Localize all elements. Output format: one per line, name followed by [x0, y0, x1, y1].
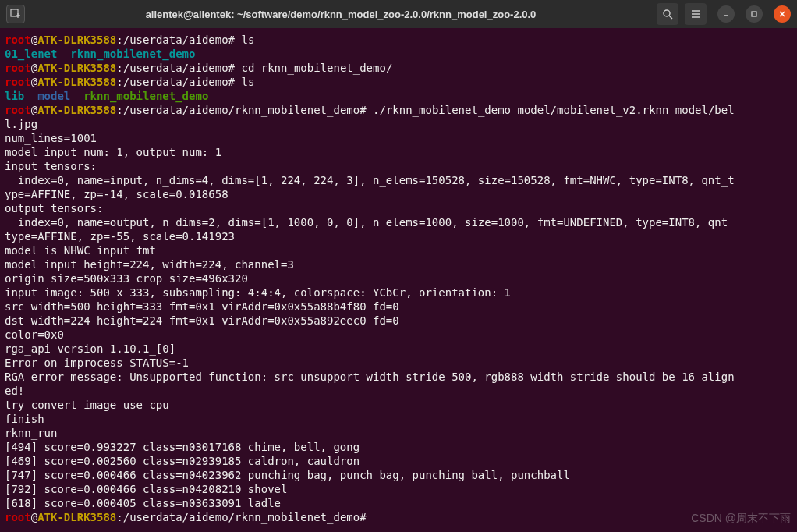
- output-line: [469] score=0.002560 class=n02939185 cal…: [5, 455, 360, 467]
- svg-line-4: [669, 16, 672, 19]
- output-line: l.jpg: [5, 118, 37, 130]
- ls-output-item: rknn_mobilenet_demo: [83, 90, 208, 102]
- terminal-output[interactable]: root@ATK-DLRK3588:/userdata/aidemo# ls 0…: [0, 28, 797, 532]
- maximize-button[interactable]: [746, 5, 763, 23]
- output-line: rknn_run: [5, 427, 57, 439]
- output-line: model input height=224, width=224, chann…: [5, 258, 294, 271]
- command: ls: [241, 34, 254, 46]
- svg-point-3: [664, 10, 670, 16]
- output-line: [494] score=0.993227 class=n03017168 chi…: [5, 441, 360, 453]
- ls-output-item: model: [37, 90, 70, 102]
- output-line: index=0, name=output, n_dims=2, dims=[1,…: [5, 216, 735, 229]
- output-line: [792] score=0.000466 class=n04208210 sho…: [5, 483, 287, 495]
- output-line: index=0, name=input, n_dims=4, dims=[1, …: [5, 174, 735, 186]
- output-line: type=AFFINE, zp=-55, scale=0.141923: [5, 230, 235, 243]
- output-line: src width=500 height=333 fmt=0x1 virAddr…: [5, 300, 399, 313]
- output-line: [747] score=0.000466 class=n04023962 pun…: [5, 469, 570, 481]
- titlebar: alientek@alientek: ~/software/demo/rknn_…: [0, 0, 797, 28]
- output-line: output tensors:: [5, 202, 103, 215]
- minimize-button[interactable]: [717, 5, 735, 23]
- output-line: model input num: 1, output num: 1: [5, 146, 221, 158]
- prompt-user: root: [5, 34, 31, 46]
- command: cd rknn_mobilenet_demo/: [241, 62, 392, 74]
- output-line: ype=AFFINE, zp=-14, scale=0.018658: [5, 188, 228, 200]
- output-line: finish: [5, 413, 44, 425]
- search-button[interactable]: [657, 3, 678, 25]
- ls-output-item: 01_lenet: [5, 48, 57, 60]
- output-line: rga_api version 1.10.1_[0]: [5, 342, 175, 355]
- close-button[interactable]: [774, 5, 791, 23]
- output-line: RGA error message: Unsupported function:…: [5, 371, 735, 383]
- output-line: try convert image use cpu: [5, 399, 169, 411]
- output-line: model is NHWC input fmt: [5, 244, 156, 257]
- output-line: Error on improcess STATUS=-1: [5, 356, 189, 369]
- hamburger-menu-button[interactable]: [685, 3, 707, 25]
- prompt-path: /userdata/aidemo: [123, 34, 228, 46]
- output-line: dst width=224 height=224 fmt=0x1 virAddr…: [5, 314, 399, 327]
- output-line: origin size=500x333 crop size=496x320: [5, 272, 248, 285]
- new-tab-icon[interactable]: [6, 5, 25, 23]
- output-line: input image: 500 x 333, subsampling: 4:4…: [5, 286, 511, 299]
- ls-output-item: rknn_mobilenet_demo: [70, 48, 195, 60]
- command: ls: [241, 76, 254, 88]
- output-line: color=0x0: [5, 328, 64, 341]
- command: ./rknn_mobilenet_demo model/mobilenet_v2…: [373, 104, 735, 116]
- svg-rect-9: [752, 12, 756, 16]
- output-line: ed!: [5, 385, 24, 397]
- output-line: [618] score=0.000405 class=n03633091 lad…: [5, 497, 281, 509]
- ls-output-item: lib: [5, 90, 24, 102]
- prompt-host: ATK-DLRK3588: [37, 34, 116, 46]
- output-line: input tensors:: [5, 160, 97, 172]
- output-line: num_lines=1001: [5, 132, 97, 144]
- window-title: alientek@alientek: ~/software/demo/rknn_…: [31, 9, 650, 20]
